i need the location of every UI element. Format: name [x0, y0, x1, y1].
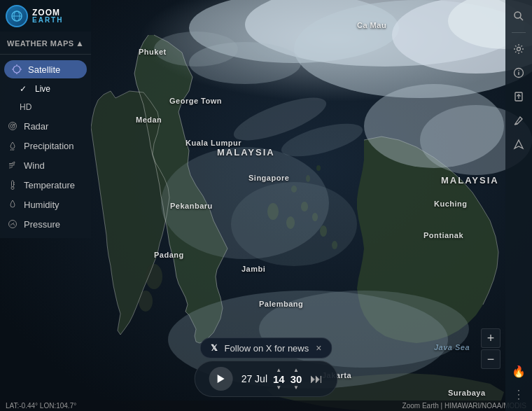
status-bar: LAT:-0.44° LON:104.7° Zoom Earth | HIMAW…	[0, 400, 532, 411]
settings-button[interactable]	[508, 39, 529, 60]
zoom-in-button[interactable]: +	[481, 328, 500, 348]
sidebar-item-temperature[interactable]: Temperature	[0, 175, 91, 195]
draw-button[interactable]	[508, 110, 529, 131]
zoom-out-button[interactable]: −	[481, 349, 500, 369]
app-logo-icon	[6, 5, 28, 27]
svg-point-52	[517, 48, 521, 51]
hour-down-arrow[interactable]: ▼	[276, 385, 281, 391]
svg-line-43	[13, 149, 14, 151]
temperature-label: Temperature	[24, 180, 75, 190]
info-button[interactable]	[508, 62, 529, 83]
search-button[interactable]	[508, 6, 529, 27]
sidebar-item-humidity[interactable]: Humidity	[0, 195, 91, 214]
radar-icon	[7, 120, 18, 132]
wind-label: Wind	[24, 160, 45, 171]
svg-line-42	[12, 149, 13, 151]
navigate-button[interactable]	[508, 134, 529, 155]
sidebar-panel: WEATHER MAPS ▲ Satellite ✓ Live HD	[0, 0, 91, 238]
humidity-label: Humidity	[24, 200, 59, 210]
logo-bar: ZOOM EARTH	[0, 0, 91, 32]
svg-point-50	[514, 12, 521, 18]
close-banner-button[interactable]: ×	[316, 342, 321, 354]
minute-up-arrow[interactable]: ▲	[293, 368, 299, 373]
hour-up-arrow[interactable]: ▲	[276, 368, 281, 373]
more-button[interactable]: ● ● ●	[508, 384, 529, 405]
wind-icon	[7, 160, 18, 171]
x-logo-icon: 𝕏	[211, 343, 218, 353]
svg-point-10	[316, 165, 321, 171]
pressure-label: Pressure	[24, 219, 60, 230]
svg-marker-60	[218, 375, 225, 383]
svg-point-20	[154, 32, 238, 67]
toolbar-divider-1	[512, 32, 526, 33]
temperature-icon	[7, 179, 18, 190]
date-display: 27 Jul	[241, 373, 267, 384]
svg-rect-44	[12, 181, 14, 187]
zoom-controls: + −	[481, 328, 500, 369]
satellite-label: Satellite	[28, 64, 60, 75]
playbar: 27 Jul ▲ 14 ▼ ▲ 30 ▼ ⏭	[195, 361, 338, 397]
svg-point-55	[518, 70, 519, 71]
time-display: 27 Jul ▲ 14 ▼ ▲ 30 ▼	[241, 368, 302, 391]
weather-maps-label: WEATHER MAPS	[7, 39, 74, 48]
minute-down-arrow[interactable]: ▼	[293, 385, 299, 391]
skip-forward-button[interactable]: ⏭	[310, 372, 323, 386]
sidebar-item-hd[interactable]: HD	[0, 98, 91, 116]
logo-zoom-label: ZOOM	[32, 8, 63, 17]
satellite-icon	[11, 64, 22, 75]
logo-earth-label: EARTH	[32, 17, 63, 24]
app-logo-text: ZOOM EARTH	[32, 8, 63, 24]
svg-line-41	[10, 149, 11, 151]
collapse-arrow-icon[interactable]: ▲	[76, 39, 84, 48]
status-coordinates: LAT:-0.44° LON:104.7°	[6, 402, 76, 410]
live-check-icon: ✓	[20, 84, 27, 94]
sidebar-item-precipitation[interactable]: Precipitation	[0, 136, 91, 155]
radar-label: Radar	[24, 121, 48, 132]
precipitation-label: Precipitation	[24, 141, 74, 151]
hour-value: 14	[273, 373, 285, 385]
sidebar-item-pressure[interactable]: Pressure	[0, 214, 91, 234]
right-toolbar: 🔥 ● ● ●	[505, 0, 532, 411]
follow-banner-text: Follow on X for news	[225, 343, 309, 354]
follow-x-banner: 𝕏 Follow on X for news ×	[200, 337, 332, 358]
live-label: Live	[35, 84, 50, 94]
sidebar-item-radar[interactable]: Radar	[0, 116, 91, 136]
precipitation-icon	[7, 140, 18, 151]
hour-control[interactable]: ▲ 14 ▼	[273, 368, 285, 391]
fire-button[interactable]: 🔥	[508, 361, 529, 382]
svg-point-32	[13, 66, 20, 73]
minute-value: 30	[290, 373, 302, 385]
svg-point-12	[139, 291, 153, 312]
weather-maps-header: WEATHER MAPS ▲	[0, 32, 91, 55]
sidebar-item-live[interactable]: ✓ Live	[0, 80, 91, 98]
sidebar-menu: Satellite ✓ Live HD Radar	[0, 55, 91, 238]
share-button[interactable]	[508, 86, 529, 107]
play-button[interactable]	[209, 367, 233, 391]
svg-line-51	[520, 18, 523, 20]
svg-point-11	[146, 264, 162, 289]
humidity-icon	[7, 199, 18, 210]
hd-label: HD	[20, 102, 31, 112]
sidebar-item-wind[interactable]: Wind	[0, 155, 91, 175]
minute-control[interactable]: ▲ 30 ▼	[290, 368, 302, 391]
pressure-icon	[7, 218, 18, 230]
sidebar-item-satellite[interactable]: Satellite	[4, 60, 87, 78]
svg-marker-59	[514, 140, 523, 148]
svg-point-22	[231, 182, 357, 266]
